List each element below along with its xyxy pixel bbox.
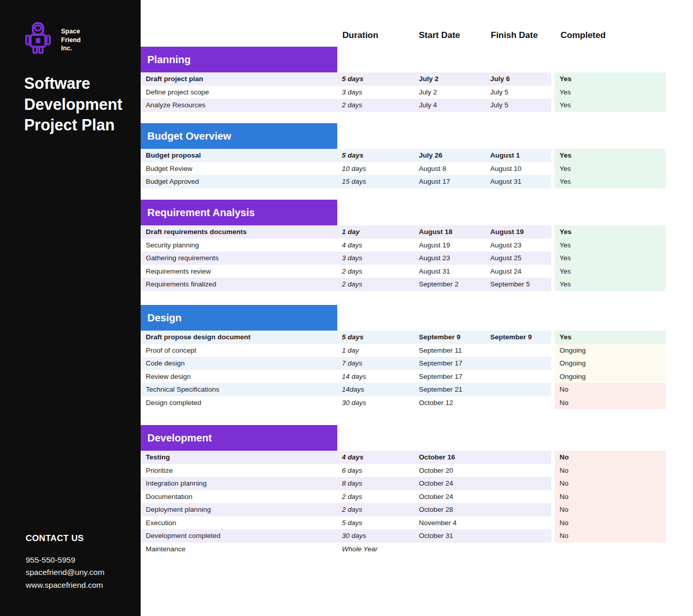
task-start-cell: October 24 [419,490,453,504]
task-duration-cell: 15 days [342,175,366,188]
completed-status-cell: No [554,396,666,410]
task-start-cell: July 26 [419,149,442,162]
company-name-line: Friend [61,36,81,45]
task-start-cell: September 9 [419,331,460,344]
completed-status-cell: Yes [554,239,666,252]
task-name-cell: Budget Approved [146,175,199,188]
task-row: Deployment planning2 daysOctober 28 [141,503,551,516]
column-header-start-date: Start Date [419,30,460,41]
task-name-cell: Requirements review [146,265,211,278]
task-duration-cell: 1 day [342,344,359,357]
task-start-cell: November 4 [419,516,457,530]
task-row: Proof of concept1 daySeptember 11 [141,344,551,357]
task-row: Integration planning8 daysOctober 24 [141,477,551,490]
task-row: Define project scope3 daysJuly 2July 5 [141,86,551,99]
task-finish-cell: August 10 [490,162,522,176]
completed-status-cell: Yes [554,162,666,176]
section-banner-design: Design [141,305,337,331]
task-name-cell: Budget proposal [146,149,201,162]
task-duration-cell: 2 days [342,278,362,291]
task-row: Analyze Resources2 daysJuly 4July 5 [141,99,551,112]
task-duration-cell: 1 day [342,225,360,239]
task-name-cell: Technical Specifications [146,383,219,396]
completed-status-cell: Ongoing [554,344,666,357]
task-duration-cell: 10 days [342,162,366,176]
task-duration-cell: 2 days [342,503,362,516]
section-design: DesignDraft propose design document5 day… [141,305,693,409]
section-banner-requirement-analysis: Requirement Analysis [141,200,337,225]
company-name-line: Space [61,27,81,36]
contact-info: 955-550-5959 spacefriend@uny.com www.spa… [26,554,104,591]
task-row: Code design7 daysSeptember 17 [141,357,551,370]
task-start-cell: October 31 [419,529,453,543]
task-row: Security planning4 daysAugust 19August 2… [141,239,551,252]
task-duration-cell: 3 days [342,252,362,265]
completed-status-cell: Yes [554,278,666,291]
task-row: Testing4 daysOctober 16 [141,451,551,464]
task-name-cell: Budget Review [146,162,192,176]
task-duration-cell: 5 days [342,72,363,86]
completed-status-cell: No [554,477,666,490]
task-start-cell: August 19 [419,239,450,252]
task-name-cell: Proof of concept [146,344,196,357]
task-name-cell: Security planning [146,239,199,252]
task-duration-cell: 14days [342,383,364,396]
company-name: Space Friend Inc. [61,22,81,53]
task-duration-cell: 5 days [342,149,363,162]
task-start-cell: September 17 [419,370,463,383]
section-requirement-analysis: Requirement AnalysisDraft requirements d… [141,200,693,291]
project-plan-page: { "sidebar": { "company_lines": ["Space"… [0,0,693,616]
task-duration-cell: 8 days [342,477,362,490]
contact-phone: 955-550-5959 [26,554,104,566]
task-row: Budget proposal5 daysJuly 26August 1 [141,149,551,162]
task-row: MaintenanceWhole Year [141,543,551,556]
section-banner-budget-overview: Budget Overview [141,123,337,149]
task-name-cell: Draft project plan [146,72,203,86]
task-start-cell: October 16 [419,451,455,464]
task-start-cell: August 17 [419,175,450,188]
completed-status-cell: No [554,503,666,516]
task-name-cell: Code design [146,357,185,370]
task-start-cell: August 18 [419,225,452,239]
completed-status-cell: Yes [554,252,666,265]
task-start-cell: July 2 [419,86,437,99]
task-row: Requirements finalized2 daysSeptember 2S… [141,278,551,291]
task-finish-cell: August 19 [490,225,524,239]
task-name-cell: Draft propose design document [146,331,251,344]
task-row: Draft project plan5 daysJuly 2July 6 [141,72,551,86]
completed-status-cell: No [554,464,666,477]
completed-status-cell: Yes [554,72,666,86]
task-finish-cell: August 23 [490,239,522,252]
task-row: Draft propose design document5 daysSepte… [141,331,551,344]
task-duration-cell: 4 days [342,239,362,252]
task-row: Design completed30 daysOctober 12 [141,396,551,410]
contact-heading: CONTACT US [26,533,84,544]
task-name-cell: Execution [146,516,176,530]
task-finish-cell: August 31 [490,175,522,188]
task-duration-cell: 4 days [342,451,363,464]
task-row: Execution5 daysNovember 4 [141,516,551,530]
task-start-cell: August 8 [419,162,446,176]
task-name-cell: Integration planning [146,477,207,490]
task-duration-cell: 2 days [342,265,362,278]
completed-status-cell: No [554,383,666,396]
task-start-cell: October 24 [419,477,453,490]
task-duration-cell: 30 days [342,529,366,543]
logo: Space Friend Inc. [23,22,81,54]
task-name-cell: Documentation [146,490,192,504]
task-row: Review design14 daysSeptember 17 [141,370,551,383]
task-name-cell: Review design [146,370,191,383]
task-duration-cell: 3 days [342,86,362,99]
task-finish-cell: August 24 [490,265,522,278]
task-duration-cell: 6 days [342,464,362,477]
completed-status-cell: No [554,490,666,504]
task-start-cell: July 2 [419,72,438,86]
task-duration-cell: 5 days [342,516,362,530]
task-duration-cell: Whole Year [342,543,378,556]
completed-status-cell: Ongoing [554,357,666,370]
completed-status-cell: Yes [554,225,666,239]
task-duration-cell: 2 days [342,490,362,504]
task-name-cell: Design completed [146,396,201,410]
task-row: Gathering requirements3 daysAugust 23Aug… [141,252,551,265]
completed-status-cell: Yes [554,265,666,278]
